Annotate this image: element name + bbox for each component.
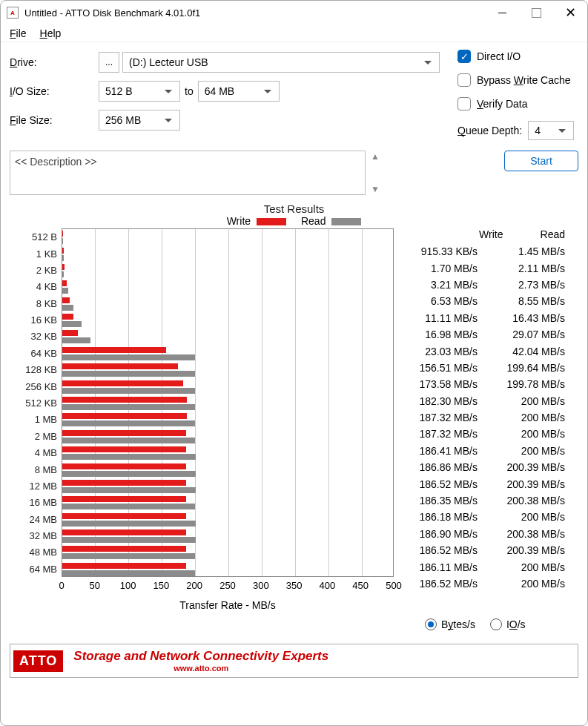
bar-write (62, 264, 65, 270)
chart-ylabel: 32 KB (31, 331, 57, 342)
cell-read: 200 MB/s (491, 511, 565, 523)
cell-write: 156.51 MB/s (403, 362, 478, 374)
bar-write (62, 297, 70, 303)
chart-ylabel: 32 MB (29, 530, 57, 541)
direct-io-checkbox[interactable]: ✓Direct I/O (457, 50, 588, 63)
data-row: 173.58 MB/s199.78 MB/s (399, 376, 578, 392)
chart-xlabel: Transfer Rate - MB/s (62, 599, 394, 611)
chart-ylabel: 4 KB (36, 281, 57, 292)
bar-write (62, 363, 178, 369)
chart-ylabel: 16 KB (31, 314, 57, 326)
spin-down-icon[interactable]: ▼ (371, 184, 380, 194)
bypass-cache-label: Bypass Write Cache (477, 74, 571, 86)
iosize-from-value: 512 B (105, 85, 133, 97)
bar-write (62, 463, 186, 469)
cell-read: 200 MB/s (491, 412, 565, 423)
units-bytes-radio[interactable]: Bytes/s (425, 618, 475, 630)
queue-depth-select[interactable]: 4 (528, 121, 574, 140)
chart-ylabel: 1 MB (35, 414, 57, 425)
chart-xtick: 200 (186, 580, 202, 591)
chart-ylabel: 64 KB (31, 347, 57, 358)
chart-ylabel: 2 KB (36, 264, 57, 275)
spin-up-icon[interactable]: ▲ (371, 151, 380, 162)
data-row: 3.21 MB/s2.73 MB/s (399, 277, 578, 293)
legend-read: Read (301, 215, 361, 227)
bar-read (62, 271, 64, 277)
data-row: 186.86 MB/s200.39 MB/s (399, 459, 578, 475)
bar-read (62, 471, 196, 477)
radio-off-icon (490, 618, 502, 630)
data-row: 915.33 KB/s1.45 MB/s (399, 243, 578, 260)
chart-xtick: 0 (59, 580, 64, 591)
cell-write: 187.32 MB/s (403, 412, 478, 423)
data-row: 187.32 MB/s200 MB/s (399, 409, 578, 426)
atto-banner: ATTO Storage and Network Connectivity Ex… (10, 644, 578, 678)
iosize-label: I/O Size: (10, 85, 99, 97)
filesize-value: 256 MB (105, 114, 141, 126)
cell-write: 915.33 KB/s (403, 245, 478, 257)
data-row: 11.11 MB/s16.43 MB/s (399, 310, 578, 326)
cell-read: 8.55 MB/s (491, 295, 565, 307)
cell-read: 199.64 MB/s (491, 362, 565, 374)
minimize-button[interactable] (485, 1, 519, 24)
chart-ylabel: 48 MB (29, 547, 57, 558)
chart-xtick: 350 (286, 580, 303, 591)
start-button-label: Start (530, 155, 552, 167)
app-icon: A (7, 7, 19, 19)
data-row: 1.70 MB/s2.11 MB/s (399, 260, 578, 276)
chart-ylabel: 2 MB (35, 430, 57, 441)
bar-read (62, 404, 195, 410)
chart-xtick: 400 (320, 580, 336, 591)
cell-write: 186.52 MB/s (403, 578, 478, 590)
iosize-from-select[interactable]: 512 B (99, 81, 180, 102)
menu-help[interactable]: Help (40, 27, 62, 39)
cell-write: 186.52 MB/s (403, 544, 478, 556)
start-button[interactable]: Start (504, 151, 578, 171)
bar-write (62, 529, 186, 535)
menubar: File Help (1, 24, 587, 42)
data-row: 186.35 MB/s200.38 MB/s (399, 492, 578, 509)
titlebar: A Untitled - ATTO Disk Benchmark 4.01.0f… (1, 1, 587, 24)
description-placeholder: << Description >> (15, 156, 97, 168)
cell-read: 200 MB/s (491, 445, 565, 457)
description-input[interactable]: << Description >> ▲ ▼ (10, 151, 366, 195)
bar-read (62, 371, 195, 377)
banner-url: www.atto.com (73, 664, 328, 673)
data-row: 186.90 MB/s200.38 MB/s (399, 526, 578, 542)
drive-select[interactable]: (D:) Lecteur USB (122, 52, 440, 73)
queue-depth-label: Queue Depth: (457, 125, 522, 136)
data-row: 186.52 MB/s200.39 MB/s (399, 542, 578, 558)
chart-xtick: 100 (120, 580, 136, 591)
menu-file[interactable]: File (10, 27, 27, 39)
queue-depth-value: 4 (535, 125, 541, 136)
bar-write (62, 496, 186, 502)
cell-read: 1.45 MB/s (491, 245, 565, 257)
maximize-button[interactable] (519, 1, 553, 24)
bypass-cache-checkbox[interactable]: Bypass Write Cache (457, 73, 588, 87)
results-chart (62, 228, 394, 577)
drive-browse-button[interactable]: ... (99, 52, 119, 73)
units-ios-radio[interactable]: IO/s (490, 618, 526, 630)
cell-read: 2.11 MB/s (491, 263, 565, 274)
legend-write: Write (227, 215, 286, 227)
verify-data-checkbox[interactable]: Verify Data (457, 97, 588, 110)
close-button[interactable]: ✕ (553, 1, 587, 24)
filesize-select[interactable]: 256 MB (99, 110, 180, 131)
chart-ylabel: 16 MB (29, 497, 57, 508)
radio-on-icon (425, 618, 437, 630)
checkbox-icon (457, 73, 471, 87)
bar-read (62, 487, 196, 493)
bar-read (62, 454, 196, 460)
bar-read (62, 354, 195, 360)
iosize-to-select[interactable]: 64 MB (198, 81, 280, 102)
bar-write (62, 397, 187, 403)
bar-write (62, 380, 183, 386)
cell-write: 3.21 MB/s (403, 279, 478, 291)
chart-ylabel: 24 MB (29, 513, 57, 524)
cell-write: 182.30 MB/s (403, 395, 478, 407)
cell-read: 200.38 MB/s (491, 495, 565, 506)
cell-write: 173.58 MB/s (403, 378, 478, 390)
chart-xtick: 50 (90, 580, 100, 591)
window-title: Untitled - ATTO Disk Benchmark 4.01.0f1 (24, 7, 200, 19)
bar-write (62, 280, 67, 286)
